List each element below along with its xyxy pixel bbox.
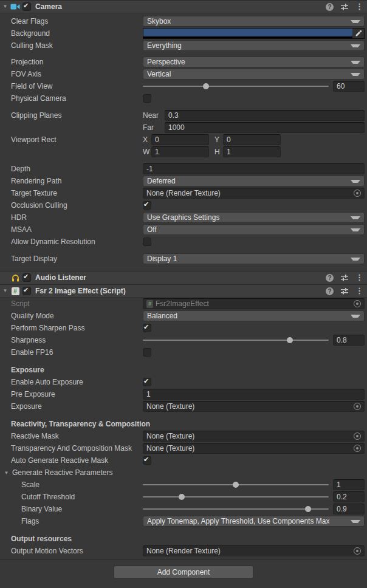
viewport-w-input[interactable]: 1 xyxy=(151,146,209,157)
culling-mask-dropdown[interactable]: Everything xyxy=(143,40,365,51)
background-color-field[interactable] xyxy=(143,28,365,39)
presets-icon[interactable] xyxy=(340,2,349,11)
transparency-mask-object-field[interactable]: None (Texture) xyxy=(143,443,365,454)
presets-icon[interactable] xyxy=(340,287,349,295)
auto-generate-reactive-mask-checkbox[interactable]: ✔ xyxy=(143,456,151,465)
clear-flags-dropdown[interactable]: Skybox xyxy=(143,16,365,27)
exposure-object-field[interactable]: None (Texture) xyxy=(143,401,365,412)
physical-camera-checkbox[interactable]: ✔ xyxy=(143,94,151,103)
object-picker-icon[interactable] xyxy=(354,403,361,410)
output-motion-vectors-object-field[interactable]: None (Render Texture) xyxy=(143,545,365,556)
cutoff-threshold-input[interactable]: 0.2 xyxy=(333,491,365,502)
exposure-label: Exposure xyxy=(0,402,143,411)
field-of-view-label: Field of View xyxy=(0,82,143,91)
pre-exposure-input[interactable]: 1 xyxy=(143,389,365,400)
slider-thumb[interactable] xyxy=(233,482,239,488)
scale-input[interactable]: 1 xyxy=(333,479,365,490)
foldout-icon[interactable]: ▼ xyxy=(0,284,10,298)
row-output-section: Output resources xyxy=(0,533,367,545)
chevron-down-icon xyxy=(351,258,360,261)
binary-value-slider[interactable] xyxy=(143,504,329,514)
more-options-icon[interactable]: ⋮ xyxy=(355,287,363,295)
generate-reactive-parameters-label[interactable]: Generate Reactive Parameters xyxy=(10,468,112,477)
script-value: Fsr2ImageEffect xyxy=(156,299,209,308)
presets-icon[interactable] xyxy=(340,273,349,282)
near-input[interactable]: 0.3 xyxy=(165,110,365,121)
foldout-icon[interactable]: ▼ xyxy=(0,470,10,476)
slider-thumb[interactable] xyxy=(305,506,311,512)
object-picker-icon[interactable] xyxy=(354,190,361,197)
hdr-dropdown[interactable]: Use Graphics Settings xyxy=(143,212,365,223)
slider-thumb[interactable] xyxy=(179,494,185,500)
clear-flags-value: Skybox xyxy=(147,17,171,26)
audio-listener-component-header[interactable]: ▼ ✔ Audio Listener ? ⋮ xyxy=(0,271,367,284)
target-texture-object-field[interactable]: None (Render Texture) xyxy=(143,188,365,199)
target-display-dropdown[interactable]: Display 1 xyxy=(143,253,365,264)
row-enable-fp16: Enable FP16 ✔ xyxy=(0,346,367,358)
sharpness-slider[interactable] xyxy=(143,335,329,346)
far-input[interactable]: 1000 xyxy=(165,122,365,133)
binary-value-input[interactable]: 0.9 xyxy=(333,504,365,514)
occlusion-culling-checkbox[interactable]: ✔ xyxy=(143,201,151,210)
add-component-button[interactable]: Add Component xyxy=(114,566,253,579)
viewport-h-input[interactable]: 1 xyxy=(223,146,281,157)
clear-flags-label: Clear Flags xyxy=(0,17,143,26)
foldout-icon[interactable]: ▼ xyxy=(0,0,10,13)
rendering-path-label: Rendering Path xyxy=(0,177,143,185)
allow-dynamic-resolution-checkbox[interactable]: ✔ xyxy=(143,238,151,246)
cutoff-threshold-slider[interactable] xyxy=(143,491,329,502)
chevron-down-icon xyxy=(351,20,360,23)
output-motion-vectors-value: None (Render Texture) xyxy=(146,547,221,555)
row-exposure: Exposure None (Texture) xyxy=(0,400,367,412)
slider-thumb[interactable] xyxy=(287,337,293,343)
row-clipping-far: Far 1000 xyxy=(0,121,367,134)
rendering-path-dropdown[interactable]: Deferred xyxy=(143,176,365,186)
row-field-of-view: Field of View 60 xyxy=(0,80,367,92)
enable-auto-exposure-checkbox[interactable]: ✔ xyxy=(143,378,151,386)
depth-input[interactable]: -1 xyxy=(143,163,365,174)
perform-sharpen-pass-checkbox[interactable]: ✔ xyxy=(143,324,151,332)
object-picker-icon[interactable] xyxy=(354,547,361,555)
viewport-y-input[interactable]: 0 xyxy=(223,134,281,145)
msaa-value: Off xyxy=(147,225,157,234)
allow-dynamic-resolution-label: Allow Dynamic Resolution xyxy=(0,238,143,246)
chevron-down-icon xyxy=(351,228,360,231)
reactive-mask-label: Reactive Mask xyxy=(0,432,143,440)
exposure-value: None (Texture) xyxy=(146,402,194,411)
fov-axis-dropdown[interactable]: Vertical xyxy=(143,69,365,80)
field-of-view-input[interactable]: 60 xyxy=(333,81,365,92)
row-allow-dynamic-resolution: Allow Dynamic Resolution ✔ xyxy=(0,236,367,248)
sharpness-input[interactable]: 0.8 xyxy=(333,335,365,346)
help-icon[interactable]: ? xyxy=(326,3,334,11)
eyedropper-icon[interactable] xyxy=(352,29,364,38)
background-color-swatch[interactable] xyxy=(143,29,352,38)
flags-dropdown[interactable]: Apply Tonemap, Apply Threshold, Use Comp… xyxy=(143,516,365,527)
fsr-component-header[interactable]: ▼ # ✔ Fsr 2 Image Effect (Script) ? ⋮ xyxy=(0,284,367,298)
help-icon[interactable]: ? xyxy=(326,274,334,282)
viewport-x-input[interactable]: 0 xyxy=(151,134,209,145)
slider-thumb[interactable] xyxy=(203,83,209,89)
msaa-dropdown[interactable]: Off xyxy=(143,224,365,235)
row-sharpness: Sharpness 0.8 xyxy=(0,334,367,346)
audio-listener-enabled-checkbox[interactable]: ✔ xyxy=(22,273,31,282)
scale-slider[interactable] xyxy=(143,479,329,490)
object-picker-icon[interactable] xyxy=(354,300,361,307)
fsr-enabled-checkbox[interactable]: ✔ xyxy=(22,287,31,295)
chevron-down-icon xyxy=(351,216,360,219)
more-options-icon[interactable]: ⋮ xyxy=(355,273,363,282)
field-of-view-slider[interactable] xyxy=(143,81,329,92)
object-picker-icon[interactable] xyxy=(354,432,361,440)
camera-enabled-checkbox[interactable]: ✔ xyxy=(22,2,31,11)
help-icon[interactable]: ? xyxy=(326,287,334,295)
projection-dropdown[interactable]: Perspective xyxy=(143,56,365,67)
perform-sharpen-pass-label: Perform Sharpen Pass xyxy=(0,324,143,332)
quality-mode-dropdown[interactable]: Balanced xyxy=(143,310,365,321)
row-hdr: HDR Use Graphics Settings xyxy=(0,211,367,224)
target-texture-value: None (Render Texture) xyxy=(146,189,221,197)
enable-fp16-checkbox[interactable]: ✔ xyxy=(143,348,151,357)
more-options-icon[interactable]: ⋮ xyxy=(355,2,363,11)
camera-component-header[interactable]: ▼ ✔ Camera ? ⋮ xyxy=(0,0,367,13)
object-picker-icon[interactable] xyxy=(354,445,361,452)
reactive-mask-object-field[interactable]: None (Texture) xyxy=(143,431,365,442)
script-object-field[interactable]: #Fsr2ImageEffect xyxy=(143,298,365,309)
